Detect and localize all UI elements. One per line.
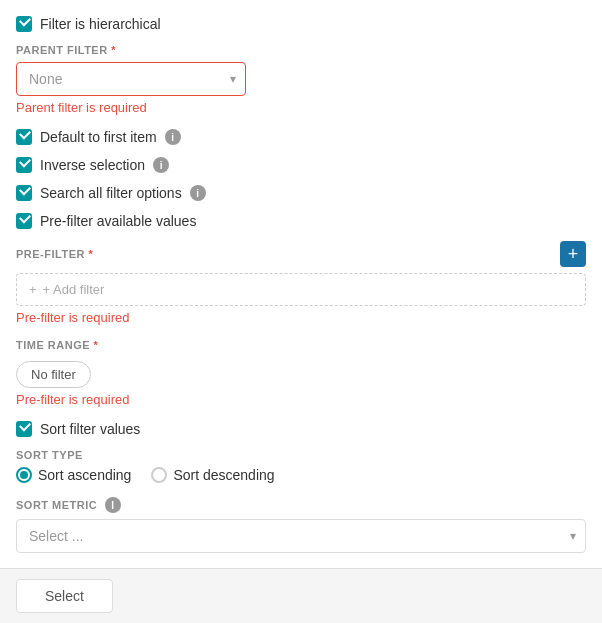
inverse-selection-info-icon[interactable]: i [153,157,169,173]
sort-descending-radio[interactable] [151,467,167,483]
required-star: * [108,44,116,56]
no-filter-button[interactable]: No filter [16,361,91,388]
default-first-info-icon[interactable]: i [165,129,181,145]
inverse-selection-checkbox[interactable] [16,157,32,173]
add-filter-icon: + [29,282,37,297]
inverse-selection-row: Inverse selection i [16,157,586,173]
sort-ascending-option[interactable]: Sort ascending [16,467,131,483]
sort-values-text: Sort filter values [40,421,140,437]
sort-metric-label: SORT METRIC i [16,497,586,513]
time-range-required-star: * [90,339,98,351]
add-filter-text: + Add filter [43,282,105,297]
add-filter-box[interactable]: + + Add filter [16,273,586,306]
sort-values-checkbox[interactable] [16,421,32,437]
pre-filter-section: PRE-FILTER * + + + Add filter Pre-filter… [16,241,586,325]
sort-ascending-text: Sort ascending [38,467,131,483]
search-all-text: Search all filter options [40,185,182,201]
sort-descending-option[interactable]: Sort descending [151,467,274,483]
search-all-info-icon[interactable]: i [190,185,206,201]
sort-type-label: SORT TYPE [16,449,586,461]
pre-filter-values-label[interactable]: Pre-filter available values [16,213,196,229]
search-all-checkbox[interactable] [16,185,32,201]
sort-metric-section: SORT METRIC i Select ... ▾ [16,497,586,553]
time-range-section: TIME RANGE * No filter Pre-filter is req… [16,339,586,407]
sort-section: Sort filter values SORT TYPE Sort ascend… [16,421,586,553]
search-all-row: Search all filter options i [16,185,586,201]
sort-type-row: Sort ascending Sort descending [16,467,586,483]
pre-filter-required-star: * [85,248,93,260]
pre-filter-values-text: Pre-filter available values [40,213,196,229]
pre-filter-values-row: Pre-filter available values [16,213,586,229]
sort-values-row: Sort filter values [16,421,586,437]
sort-metric-select-wrapper: Select ... ▾ [16,519,586,553]
pre-filter-add-button[interactable]: + [560,241,586,267]
sort-metric-info-icon[interactable]: i [105,497,121,513]
filter-hierarchical-checkbox[interactable] [16,16,32,32]
inverse-selection-text: Inverse selection [40,157,145,173]
sort-ascending-radio[interactable] [16,467,32,483]
time-range-error: Pre-filter is required [16,392,586,407]
sort-metric-select[interactable]: Select ... [16,519,586,553]
pre-filter-header: PRE-FILTER * + [16,241,586,267]
filter-hierarchical-label[interactable]: Filter is hierarchical [16,16,161,32]
sort-values-label[interactable]: Sort filter values [16,421,140,437]
parent-filter-select[interactable]: None [16,62,246,96]
filter-hierarchical-row: Filter is hierarchical [16,16,586,32]
pre-filter-error: Pre-filter is required [16,310,586,325]
default-first-text: Default to first item [40,129,157,145]
bottom-bar: Select [0,568,602,623]
filter-hierarchical-text: Filter is hierarchical [40,16,161,32]
parent-filter-section: PARENT FILTER * None ▾ Parent filter is … [16,44,586,115]
inverse-selection-label[interactable]: Inverse selection [16,157,145,173]
default-first-row: Default to first item i [16,129,586,145]
default-first-label[interactable]: Default to first item [16,129,157,145]
pre-filter-label: PRE-FILTER * [16,248,93,260]
search-all-label[interactable]: Search all filter options [16,185,182,201]
default-first-checkbox[interactable] [16,129,32,145]
parent-filter-error: Parent filter is required [16,100,586,115]
select-button[interactable]: Select [16,579,113,613]
time-range-label: TIME RANGE * [16,339,586,351]
parent-filter-label: PARENT FILTER * [16,44,586,56]
sort-descending-text: Sort descending [173,467,274,483]
parent-filter-select-wrapper: None ▾ [16,62,246,96]
pre-filter-values-checkbox[interactable] [16,213,32,229]
